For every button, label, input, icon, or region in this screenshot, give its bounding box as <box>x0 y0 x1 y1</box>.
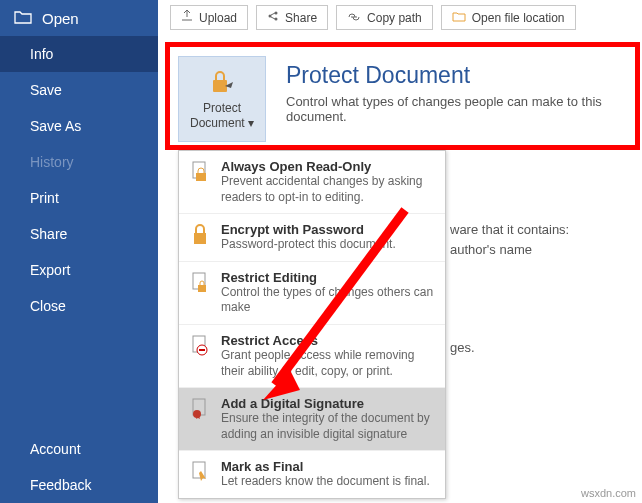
menu-title: Mark as Final <box>221 459 435 474</box>
menu-restrict-access[interactable]: Restrict AccessGrant people access while… <box>179 325 445 388</box>
nav-saveas[interactable]: Save As <box>0 108 158 144</box>
nav-export[interactable]: Export <box>0 252 158 288</box>
watermark: wsxdn.com <box>581 487 636 499</box>
menu-restrict-editing[interactable]: Restrict EditingControl the types of cha… <box>179 262 445 325</box>
copypath-button[interactable]: Copy path <box>336 5 433 30</box>
menu-title: Restrict Editing <box>221 270 435 285</box>
chevron-down-icon: ▾ <box>248 116 254 130</box>
menu-encrypt[interactable]: Encrypt with PasswordPassword-protect th… <box>179 214 445 262</box>
background-text-1: ware that it contains: author's name <box>450 220 569 259</box>
menu-title: Encrypt with Password <box>221 222 435 237</box>
openloc-label: Open file location <box>472 11 565 25</box>
svg-rect-8 <box>198 285 206 292</box>
menu-title: Always Open Read-Only <box>221 159 435 174</box>
restrict-access-icon <box>189 333 211 379</box>
openloc-button[interactable]: Open file location <box>441 5 576 30</box>
menu-desc: Grant people access while removing their… <box>221 348 435 379</box>
open-button[interactable]: Open <box>0 0 158 36</box>
restrict-edit-icon <box>189 270 211 316</box>
copypath-label: Copy path <box>367 11 422 25</box>
folder-icon <box>452 11 466 25</box>
nav-feedback[interactable]: Feedback <box>0 467 158 503</box>
backstage-sidebar: Open Info Save Save As History Print Sha… <box>0 0 158 503</box>
final-icon <box>189 459 211 490</box>
menu-desc: Ensure the integrity of the document by … <box>221 411 435 442</box>
svg-rect-5 <box>196 173 206 181</box>
folder-open-icon <box>14 10 32 27</box>
svg-rect-6 <box>194 233 206 244</box>
readonly-icon <box>189 159 211 205</box>
nav-list: Info Save Save As History Print Share Ex… <box>0 36 158 324</box>
upload-label: Upload <box>199 11 237 25</box>
upload-icon <box>181 10 193 25</box>
nav-account[interactable]: Account <box>0 431 158 467</box>
background-text-2: ges. <box>450 340 475 355</box>
nav-print[interactable]: Print <box>0 180 158 216</box>
svg-rect-3 <box>213 80 227 92</box>
open-label: Open <box>42 10 79 27</box>
menu-desc: Control the types of changes others can … <box>221 285 435 316</box>
protect-tile-label: Protect Document ▾ <box>179 101 265 130</box>
menu-desc: Let readers know the document is final. <box>221 474 435 490</box>
nav-share[interactable]: Share <box>0 216 158 252</box>
nav-bottom: Account Feedback <box>0 431 158 503</box>
nav-history: History <box>0 144 158 180</box>
nav-save[interactable]: Save <box>0 72 158 108</box>
menu-read-only[interactable]: Always Open Read-OnlyPrevent accidental … <box>179 151 445 214</box>
share-button[interactable]: Share <box>256 5 328 30</box>
menu-mark-final[interactable]: Mark as FinalLet readers know the docume… <box>179 451 445 498</box>
share-label: Share <box>285 11 317 25</box>
top-toolbar: Upload Share Copy path Open file locatio… <box>170 5 576 30</box>
protect-dropdown-menu: Always Open Read-OnlyPrevent accidental … <box>178 150 446 499</box>
nav-close[interactable]: Close <box>0 288 158 324</box>
menu-desc: Password-protect this document. <box>221 237 435 253</box>
menu-title: Restrict Access <box>221 333 435 348</box>
protect-title: Protect Document <box>286 62 470 89</box>
protect-document-tile[interactable]: Protect Document ▾ <box>178 56 266 142</box>
protect-subtitle: Control what types of changes people can… <box>286 94 642 124</box>
signature-icon <box>189 396 211 442</box>
menu-desc: Prevent accidental changes by asking rea… <box>221 174 435 205</box>
encrypt-icon <box>189 222 211 253</box>
lock-icon <box>207 68 237 99</box>
menu-digital-signature[interactable]: Add a Digital SignatureEnsure the integr… <box>179 388 445 451</box>
menu-title: Add a Digital Signature <box>221 396 435 411</box>
link-icon <box>347 11 361 25</box>
upload-button[interactable]: Upload <box>170 5 248 30</box>
share-icon <box>267 10 279 25</box>
nav-info[interactable]: Info <box>0 36 158 72</box>
